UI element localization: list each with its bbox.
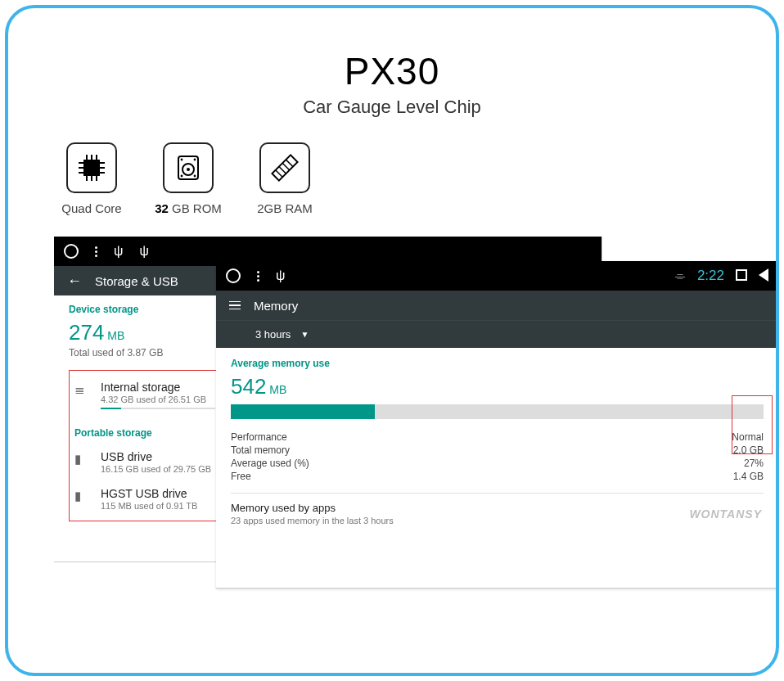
stat-avgpct: Average used (%)27% <box>231 457 764 470</box>
progress-bar <box>101 408 215 409</box>
sd-icon: ▮ <box>74 450 89 474</box>
app-bar-title: Memory <box>254 299 298 313</box>
screenshots-area: ψ ψ ← Storage & USB Device storage 274 M… <box>8 237 776 589</box>
chevron-down-icon: ▼ <box>300 330 309 339</box>
svg-line-22 <box>279 167 286 174</box>
svg-rect-20 <box>272 155 297 180</box>
circle-icon[interactable] <box>226 268 241 283</box>
spec-quad-core: Quad Core <box>54 142 129 215</box>
usb-icon: ψ <box>276 268 285 283</box>
cpu-chip-icon <box>66 142 117 193</box>
app-bar-title: Storage & USB <box>95 274 178 288</box>
stat-free: Free1.4 GB <box>231 470 764 483</box>
storage-icon <box>163 142 214 193</box>
product-frame: PX30 Car Gauge Level Chip Quad Core 32 G… <box>5 5 779 676</box>
apps-title: Memory used by apps <box>231 502 764 514</box>
memory-stats: PerformanceNormal Total memory2.0 GB Ave… <box>231 431 764 483</box>
svg-rect-0 <box>83 160 100 176</box>
sd-icon: ▮ <box>74 487 89 511</box>
svg-line-23 <box>282 163 289 169</box>
svg-point-16 <box>181 159 183 161</box>
svg-line-21 <box>276 170 282 177</box>
avg-mem-label: Average memory use <box>231 358 764 369</box>
recents-icon[interactable] <box>736 269 747 283</box>
menu-icon[interactable] <box>229 301 241 310</box>
product-subtitle: Car Gauge Level Chip <box>8 97 776 118</box>
svg-point-19 <box>194 175 196 178</box>
apps-subtext: 23 apps used memory in the last 3 hours <box>231 516 764 525</box>
spec-label: Quad Core <box>61 201 121 215</box>
memory-bar <box>231 404 764 419</box>
svg-line-24 <box>286 160 292 166</box>
ram-icon <box>259 142 310 193</box>
storage-list-icon: ≣ <box>74 381 89 409</box>
product-title: PX30 <box>8 49 776 93</box>
time-filter-bar[interactable]: 3 hours ▼ <box>216 320 778 348</box>
usb-icon: ψ <box>114 244 123 259</box>
divider <box>231 493 764 494</box>
header: PX30 Car Gauge Level Chip <box>8 8 776 118</box>
bluetooth-icon: ⌯ <box>674 269 686 282</box>
svg-point-17 <box>194 159 196 161</box>
apps-section[interactable]: Memory used by apps 23 apps used memory … <box>231 502 764 525</box>
spec-ram: 2GB RAM <box>247 142 322 215</box>
memory-screenshot: ψ ⌯ 2:22 Memory 3 hours ▼ Average memory… <box>216 261 779 589</box>
svg-point-15 <box>187 168 190 171</box>
avg-mem-value: 542 MB <box>231 374 764 399</box>
clock-time: 2:22 <box>697 268 724 284</box>
app-bar: Memory <box>216 291 778 320</box>
more-icon[interactable] <box>95 246 97 257</box>
spec-rom: 32 GB ROM <box>151 142 226 215</box>
status-bar: ψ ⌯ 2:22 <box>216 261 778 291</box>
brand-watermark: WONTANSY <box>689 507 762 521</box>
spec-label: 32 GB ROM <box>155 201 222 215</box>
more-icon[interactable] <box>257 271 259 282</box>
stat-performance: PerformanceNormal <box>231 431 764 444</box>
specs-row: Quad Core 32 GB ROM 2GB RAM <box>8 118 776 215</box>
memory-content: Average memory use 542 MB PerformanceNor… <box>216 348 778 525</box>
time-filter-label: 3 hours <box>255 328 291 340</box>
usb-icon: ψ <box>139 244 148 259</box>
back-nav-icon[interactable] <box>759 268 768 284</box>
back-icon[interactable]: ← <box>67 273 82 290</box>
stat-total: Total memory2.0 GB <box>231 444 764 457</box>
circle-icon[interactable] <box>64 244 79 259</box>
svg-point-18 <box>181 175 183 178</box>
spec-label: 2GB RAM <box>257 201 313 215</box>
